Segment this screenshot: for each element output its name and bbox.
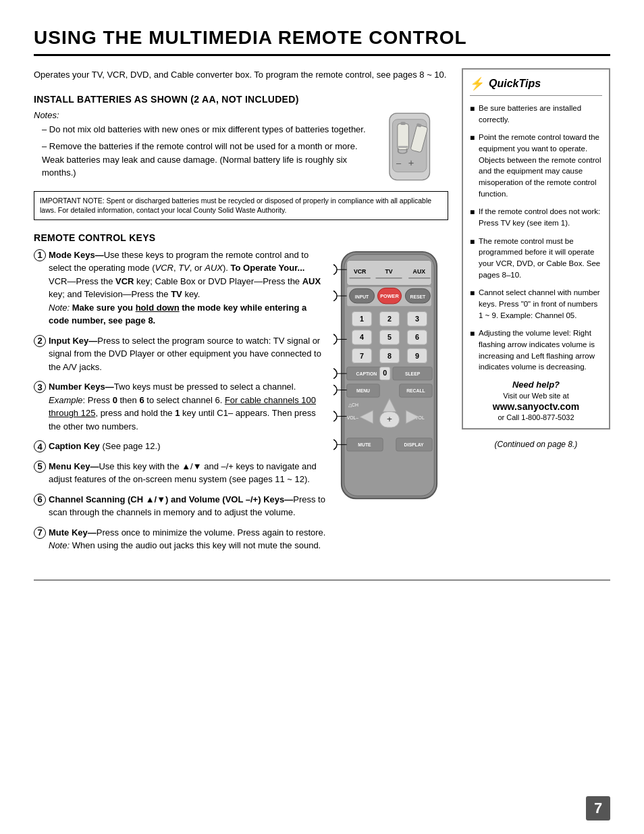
svg-point-68 (333, 264, 337, 275)
svg-text:5: 5 (387, 333, 392, 341)
need-help-sub: Visit our Web site at (470, 392, 602, 400)
quick-tips-box: ⚡ QuickTips ■ Be sure batteries are inst… (462, 68, 610, 429)
svg-point-77 (333, 368, 337, 379)
tip-text-5: Cannot select channel with number keys. … (479, 287, 602, 321)
remote-image: VCR TV AUX INPUT (333, 249, 448, 507)
battery-notes: Notes: – Do not mix old batteries with n… (34, 110, 367, 184)
quick-tips-list: ■ Be sure batteries are installed correc… (470, 103, 602, 373)
svg-text:AUX: AUX (413, 268, 426, 275)
tip-text-3: If the remote control does not work: Pre… (479, 206, 602, 228)
svg-text:MUTE: MUTE (358, 442, 371, 447)
key-7: 7 Mute Key—Press once to minimize the vo… (34, 526, 327, 552)
svg-text:MENU: MENU (356, 388, 370, 393)
tip-6: ■ Adjusting the volume level: Right flas… (470, 328, 602, 373)
quick-tips-icon: ⚡ (470, 76, 485, 91)
svg-text:POWER: POWER (380, 293, 399, 299)
tip-4: ■ The remote control must be programmed … (470, 236, 602, 281)
tip-bullet-3: ■ (470, 207, 475, 218)
svg-text:9: 9 (415, 352, 419, 360)
need-help: Need help? Visit our Web site at www.san… (470, 380, 602, 421)
key-desc-5: Menu Key—Use this key with the ▲/▼ and –… (49, 460, 327, 486)
remote-section-title: REMOTE CONTROL KEYS (34, 232, 448, 243)
key-desc-2: Input Key—Press to select the program so… (49, 334, 327, 374)
svg-text:7: 7 (360, 352, 364, 360)
page-number: 7 (586, 796, 610, 820)
need-help-title: Need help? (470, 380, 602, 390)
tip-2: ■ Point the remote control toward the eq… (470, 132, 602, 199)
remote-control-illustration: VCR TV AUX INPUT (333, 249, 445, 505)
key-desc-1: Mode Keys—Use these keys to program the … (49, 249, 327, 328)
tip-text-2: Point the remote control toward the equi… (479, 132, 602, 199)
svg-text:△CH: △CH (348, 402, 358, 407)
svg-text:SLEEP: SLEEP (405, 371, 421, 376)
svg-rect-2 (398, 124, 409, 150)
page-title: USING THE MULTIMEDIA REMOTE CONTROL (34, 27, 610, 56)
svg-text:4: 4 (360, 333, 364, 341)
key-5: 5 Menu Key—Use this key with the ▲/▼ and… (34, 460, 327, 486)
key-desc-6: Channel Scanning (CH ▲/▼) and Volume (VO… (49, 493, 327, 519)
key-number-3: 3 (34, 381, 46, 393)
key-number-4: 4 (34, 440, 46, 452)
notes-label: Notes: (34, 110, 367, 120)
svg-text:2: 2 (387, 315, 392, 323)
tip-1: ■ Be sure batteries are installed correc… (470, 103, 602, 125)
continued-text: (Continued on page 8.) (462, 440, 610, 449)
page: USING THE MULTIMEDIA REMOTE CONTROL Oper… (0, 0, 644, 834)
website: www.sanyoctv.com (470, 401, 602, 412)
key-number-7: 7 (34, 527, 46, 539)
battery-image: + – (374, 110, 448, 184)
key-desc-7: Mute Key—Press once to minimize the volu… (49, 526, 327, 552)
key-3: 3 Number Keys—Two keys must be pressed t… (34, 380, 327, 433)
svg-rect-4 (398, 146, 408, 148)
svg-text:3: 3 (415, 315, 419, 323)
svg-text:VOL–: VOL– (347, 415, 359, 420)
phone: or Call 1-800-877-5032 (470, 413, 602, 421)
svg-text:+: + (408, 157, 414, 167)
svg-text:CAPTION: CAPTION (356, 371, 377, 376)
svg-text:RESET: RESET (410, 294, 427, 299)
key-number-1: 1 (34, 249, 46, 261)
right-sidebar: ⚡ QuickTips ■ Be sure batteries are inst… (462, 68, 610, 559)
tip-text-1: Be sure batteries are installed correctl… (479, 103, 602, 125)
svg-text:6: 6 (415, 333, 419, 341)
svg-text:VCR: VCR (354, 268, 367, 275)
svg-point-86 (333, 439, 337, 450)
key-desc-3: Number Keys—Two keys must be pressed to … (49, 380, 327, 433)
svg-point-80 (333, 385, 337, 396)
svg-text:–: – (396, 157, 402, 167)
key-2: 2 Input Key—Press to select the program … (34, 334, 327, 374)
svg-text:INPUT: INPUT (355, 294, 369, 299)
battery-area: Notes: – Do not mix old batteries with n… (34, 110, 448, 184)
svg-text:0: 0 (383, 369, 387, 377)
key-6: 6 Channel Scanning (CH ▲/▼) and Volume (… (34, 493, 327, 519)
svg-text:TV: TV (385, 268, 392, 275)
important-note: IMPORTANT NOTE: Spent or discharged batt… (34, 191, 448, 220)
key-number-2: 2 (34, 335, 46, 347)
key-number-6: 6 (34, 494, 46, 506)
tip-text-4: The remote control must be programmed be… (479, 236, 602, 281)
key-4: 4 Caption Key (See page 12.) (34, 440, 327, 453)
key-1: 1 Mode Keys—Use these keys to program th… (34, 249, 327, 328)
tip-bullet-2: ■ (470, 132, 475, 144)
tip-text-6: Adjusting the volume level: Right flashi… (479, 328, 602, 373)
svg-text:+: + (387, 414, 392, 424)
key-desc-4: Caption Key (See page 12.) (49, 440, 327, 453)
tip-bullet-1: ■ (470, 103, 475, 115)
quick-tips-header: ⚡ QuickTips (470, 76, 602, 96)
install-title: INSTALL BATTERIES AS SHOWN (2 AA, not in… (34, 94, 448, 105)
svg-text:RECALL: RECALL (406, 388, 425, 393)
bottom-rule (34, 579, 610, 581)
install-section: INSTALL BATTERIES AS SHOWN (2 AA, not in… (34, 94, 448, 220)
note-2: – Remove the batteries if the remote con… (34, 140, 367, 180)
tip-bullet-5: ■ (470, 288, 475, 299)
note-1: – Do not mix old batteries with new ones… (34, 123, 367, 136)
keys-text: 1 Mode Keys—Use these keys to program th… (34, 249, 327, 559)
svg-text:DISPLAY: DISPLAY (404, 442, 424, 447)
svg-text:1: 1 (360, 315, 364, 323)
intro-text: Operates your TV, VCR, DVD, and Cable co… (34, 68, 448, 82)
tip-bullet-6: ■ (470, 328, 475, 340)
key-number-5: 5 (34, 461, 46, 473)
tip-5: ■ Cannot select channel with number keys… (470, 287, 602, 321)
battery-illustration: + – (377, 110, 445, 184)
svg-point-74 (333, 334, 337, 345)
